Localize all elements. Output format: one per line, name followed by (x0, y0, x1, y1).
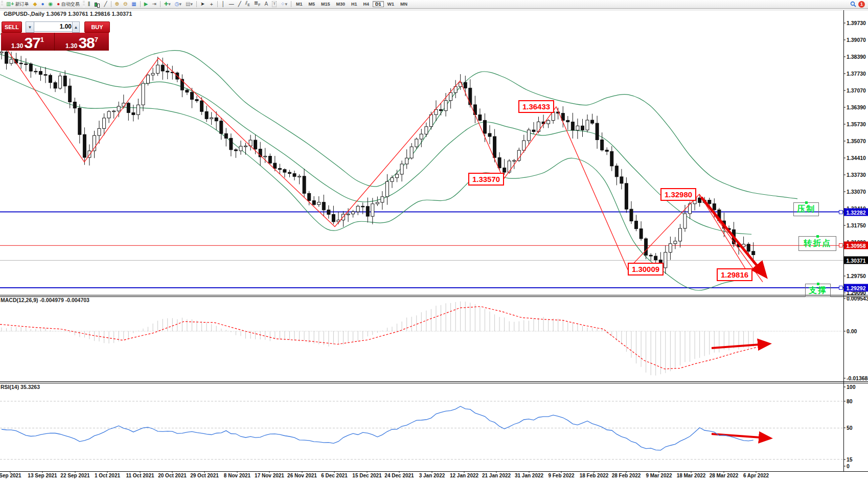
chart-canvas (0, 0, 868, 483)
one-click-trading-panel: SELL ▼ ▲ BUY 1.30 37 1 1.30 38 7 (1, 20, 109, 50)
volume-down-button[interactable]: ▼ (26, 21, 34, 33)
chart-ohlc-header: GBPUSD-,Daily 1.30679 1.30761 1.29816 1.… (4, 11, 132, 17)
sell-price-big: 37 (24, 36, 40, 50)
price-callout-label[interactable]: 1.32980 (660, 188, 696, 201)
label-handle (805, 201, 808, 204)
rsi-indicator-label: RSI(14) 35.3263 (1, 384, 40, 390)
price-callout-label[interactable]: 1.36433 (518, 100, 554, 113)
sell-price-small: 1.30 (11, 42, 23, 50)
mt4-window: ▥+ 新订单 ◆ ● ◉ ● 自动交易 ⫼ ╱ ⊕ ⊖ ▦ ▶ ⇥ ✚ ▾ ◷ … (0, 0, 868, 483)
buy-price-panel[interactable]: 1.30 38 7 (55, 33, 109, 51)
buy-price-big: 38 (78, 36, 94, 50)
annotation-text-label[interactable]: 压制 (793, 202, 819, 216)
price-callout-label[interactable]: 1.29816 (717, 268, 752, 281)
price-callout-label[interactable]: 1.33570 (468, 173, 504, 186)
label-handle (817, 283, 819, 285)
sell-price-sup: 1 (40, 36, 44, 43)
buy-price-sup: 7 (95, 36, 98, 43)
volume-input[interactable] (34, 21, 74, 32)
macd-indicator-label: MACD(12,26,9) -0.004979 -0.004703 (1, 297, 89, 303)
sell-price-panel[interactable]: 1.30 37 1 (1, 33, 55, 51)
sell-button[interactable]: SELL (2, 21, 22, 33)
buy-button[interactable]: BUY (84, 21, 110, 33)
label-handle (816, 235, 819, 238)
volume-up-button[interactable]: ▲ (72, 21, 80, 33)
annotation-text-label[interactable]: 转折点 (798, 236, 836, 251)
price-callout-label[interactable]: 1.30009 (628, 263, 664, 275)
annotation-text-label[interactable]: 支撑 (805, 284, 831, 297)
buy-price-small: 1.30 (65, 42, 77, 50)
